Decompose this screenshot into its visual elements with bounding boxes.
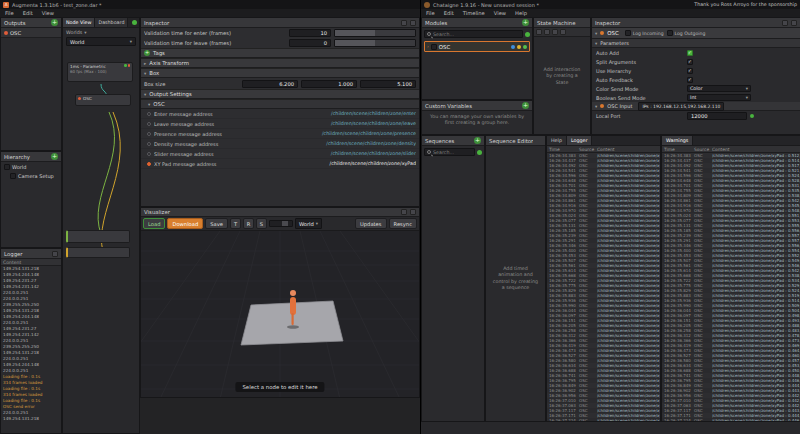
- hierarchy-item[interactable]: World: [1, 162, 61, 171]
- section-axis-transform[interactable]: Axis Transform: [149, 60, 189, 66]
- fullscreen-icon[interactable]: [410, 209, 416, 215]
- parameter-label: Validation time for leave (frames): [144, 40, 286, 46]
- box-size-z-field[interactable]: 5.100: [360, 80, 416, 88]
- translate-button[interactable]: T: [230, 218, 241, 229]
- address-enable-dot[interactable]: [147, 142, 151, 146]
- play-states-icon[interactable]: [544, 29, 550, 35]
- viewport-3d[interactable]: Select a node to edit it here: [141, 231, 419, 397]
- graph-node-zone[interactable]: [66, 230, 130, 243]
- node-subtitle: 60 fps (Max : 100): [68, 69, 132, 74]
- parameter-slider[interactable]: [334, 39, 416, 47]
- section-osc[interactable]: OSC: [153, 101, 164, 107]
- visibility-checkbox[interactable]: [10, 173, 16, 179]
- column-time: Time: [547, 147, 579, 152]
- tab-dashboard[interactable]: Dashboard: [95, 18, 128, 27]
- add-sequence-button[interactable]: +: [474, 137, 481, 144]
- address-enable-dot[interactable]: [147, 162, 151, 166]
- log-outgoing-toggle[interactable]: Log Outgoing: [667, 30, 706, 36]
- parameter-checkbox[interactable]: ✓: [687, 50, 693, 56]
- menu-item[interactable]: File: [5, 10, 14, 16]
- address-value-field[interactable]: /children/scene/children/zone/xyPad: [245, 161, 416, 166]
- menu-item[interactable]: View: [42, 10, 54, 16]
- sequences-search-input[interactable]: Search...: [424, 148, 475, 156]
- box-size-y-field[interactable]: 1.000: [301, 80, 357, 88]
- parameter-checkbox[interactable]: ✓: [687, 59, 693, 65]
- add-tag-button[interactable]: +: [144, 50, 150, 56]
- output-item-osc[interactable]: OSC: [1, 28, 61, 38]
- local-port-field[interactable]: 12000: [687, 112, 747, 120]
- menu-item[interactable]: Help: [515, 10, 527, 16]
- section-output-settings[interactable]: Output Settings: [149, 91, 192, 97]
- modules-search-input[interactable]: Search...: [424, 30, 523, 38]
- add-output-button[interactable]: +: [51, 19, 58, 26]
- menu-item[interactable]: View: [494, 10, 506, 16]
- lock-icon[interactable]: [791, 20, 797, 26]
- graph-node-output[interactable]: [66, 247, 130, 258]
- expand-icon[interactable]: ›: [427, 44, 429, 49]
- parameter-dropdown[interactable]: Int▾: [687, 94, 751, 101]
- parameter-slider[interactable]: [334, 29, 416, 37]
- parameter-value-field[interactable]: 0: [289, 39, 331, 47]
- tab-node-view[interactable]: Node View: [63, 18, 95, 27]
- log-incoming-toggle[interactable]: Log Incoming: [625, 30, 664, 36]
- parameter-dropdown[interactable]: Color▾: [687, 85, 751, 92]
- tab-logger[interactable]: Logger: [567, 136, 593, 145]
- add-state-icon[interactable]: [536, 29, 542, 35]
- rotate-button[interactable]: R: [243, 218, 254, 229]
- tab-warnings[interactable]: Warnings: [662, 136, 693, 145]
- parameter-value-field[interactable]: 10: [289, 29, 331, 37]
- module-item-osc[interactable]: › OSC: [424, 41, 530, 52]
- grid-icon[interactable]: [560, 29, 566, 35]
- address-value-field[interactable]: /children/scene/children/zone/slider: [245, 151, 416, 156]
- zoom-slider[interactable]: [269, 220, 293, 227]
- address-enable-dot[interactable]: [147, 112, 151, 116]
- pin-icon[interactable]: [401, 20, 407, 26]
- visibility-checkbox[interactable]: [4, 164, 10, 170]
- module-enable-checkbox[interactable]: [431, 44, 437, 50]
- graph-node-world[interactable]: 1ms - Parametric 60 fps (Max : 100): [67, 62, 133, 82]
- camera-icon[interactable]: [401, 209, 407, 215]
- load-button[interactable]: Load: [143, 218, 165, 229]
- address-enable-dot[interactable]: [147, 152, 151, 156]
- graph-node-osc[interactable]: OSC: [75, 94, 131, 106]
- osc-input-section[interactable]: OSC Input: [607, 103, 632, 109]
- download-button[interactable]: Download: [167, 218, 203, 229]
- menu-item[interactable]: Timeline: [463, 10, 485, 16]
- link-states-icon[interactable]: [552, 29, 558, 35]
- menu-item[interactable]: Edit: [444, 10, 454, 16]
- box-size-x-field[interactable]: 6.200: [242, 80, 298, 88]
- hierarchy-item[interactable]: Camera Setup: [1, 171, 61, 180]
- parameter-label: Auto Add: [596, 50, 684, 56]
- scale-button[interactable]: S: [256, 218, 267, 229]
- address-value-field[interactable]: /children/scene/children/zone/leave: [245, 121, 416, 126]
- world-dropdown[interactable]: World▾: [295, 218, 322, 229]
- updates-button[interactable]: Updates: [355, 218, 387, 229]
- parameters-section[interactable]: Parameters: [600, 40, 629, 46]
- world-select[interactable]: World▾: [66, 37, 136, 46]
- address-value-field[interactable]: /children/scene/children/zone/presence: [245, 131, 416, 136]
- settings-icon[interactable]: [410, 20, 416, 26]
- menu-item[interactable]: Edit: [23, 10, 33, 16]
- add-variable-group-button[interactable]: +: [522, 102, 529, 109]
- node-out-dot-icon: [128, 64, 131, 67]
- section-box[interactable]: Box: [149, 70, 159, 76]
- tab-help[interactable]: Help: [547, 136, 567, 145]
- column-source: Source: [694, 147, 712, 152]
- address-value-field[interactable]: /children/scene/children/zone/enter: [245, 111, 416, 116]
- address-label: XY Pad message address: [154, 161, 242, 167]
- resync-button[interactable]: Resync: [389, 218, 417, 229]
- gear-icon[interactable]: [782, 20, 788, 26]
- address-enable-dot[interactable]: [147, 132, 151, 136]
- parameter-checkbox[interactable]: ✓: [687, 68, 693, 74]
- add-node-button[interactable]: +: [51, 153, 58, 160]
- parameter-checkbox[interactable]: ✓: [687, 77, 693, 83]
- address-enable-dot[interactable]: [147, 122, 151, 126]
- logger-options-icon[interactable]: [52, 251, 58, 257]
- section-tags[interactable]: Tags: [153, 50, 165, 56]
- sequence-editor-title: Sequence Editor: [489, 138, 533, 144]
- save-button[interactable]: Save: [205, 218, 228, 229]
- address-value-field[interactable]: /children/scene/children/zone/density: [245, 141, 416, 146]
- menu-item[interactable]: File: [426, 10, 435, 16]
- column-content: Content: [597, 147, 660, 152]
- add-module-button[interactable]: +: [522, 19, 529, 26]
